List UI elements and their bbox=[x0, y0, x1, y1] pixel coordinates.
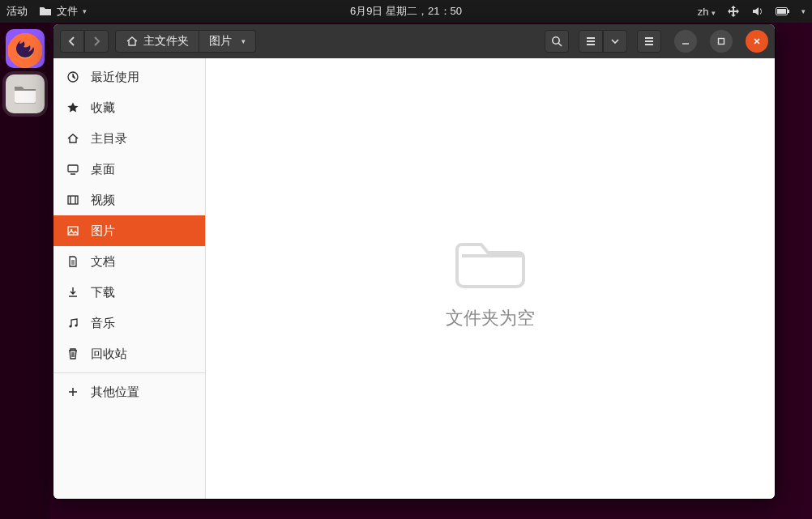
svg-rect-7 bbox=[68, 165, 78, 172]
home-icon bbox=[66, 132, 79, 145]
sidebar-item-desktop[interactable]: 桌面 bbox=[53, 154, 205, 185]
list-view-button[interactable] bbox=[579, 30, 603, 53]
titlebar: 主文件夹 图片 ▾ bbox=[53, 24, 775, 58]
path-bar: 主文件夹 图片 ▾ bbox=[115, 30, 256, 53]
sidebar-item-label: 其他位置 bbox=[91, 385, 139, 400]
window-maximize-button[interactable] bbox=[710, 30, 733, 53]
window-minimize-button[interactable] bbox=[674, 30, 697, 53]
svg-rect-9 bbox=[68, 227, 78, 235]
empty-folder-icon bbox=[454, 227, 527, 291]
svg-rect-8 bbox=[68, 196, 78, 204]
star-icon bbox=[66, 101, 79, 114]
hamburger-menu-button[interactable] bbox=[637, 30, 661, 53]
search-icon bbox=[550, 35, 563, 48]
maximize-icon bbox=[716, 36, 726, 46]
chevron-down-icon: ▾ bbox=[83, 7, 87, 15]
sidebar-item-home[interactable]: 主目录 bbox=[53, 123, 205, 154]
gnome-top-panel: 活动 文件 ▾ 6月9日 星期二，21：50 zh ▾ ▾ bbox=[0, 0, 812, 23]
sidebar-item-label: 收藏 bbox=[91, 100, 115, 116]
sidebar-item-label: 主目录 bbox=[91, 131, 127, 147]
sidebar-item-downloads[interactable]: 下载 bbox=[53, 277, 205, 308]
window-close-button[interactable] bbox=[746, 30, 768, 53]
svg-rect-2 bbox=[788, 10, 789, 13]
nav-forward-button[interactable] bbox=[84, 30, 109, 53]
battery-icon[interactable] bbox=[776, 6, 790, 17]
sidebar-item-other-locations[interactable]: 其他位置 bbox=[53, 376, 205, 407]
volume-icon[interactable] bbox=[751, 5, 764, 18]
list-view-icon bbox=[584, 35, 597, 48]
sidebar-separator bbox=[53, 372, 205, 373]
network-icon[interactable] bbox=[727, 5, 740, 18]
chevron-down-icon: ▾ bbox=[241, 37, 246, 45]
app-menu[interactable]: 文件 ▾ bbox=[39, 4, 87, 19]
sidebar: 最近使用 收藏 主目录 桌面 视频 图片 bbox=[53, 58, 206, 499]
search-button[interactable] bbox=[545, 30, 569, 53]
firefox-icon bbox=[11, 35, 39, 62]
app-menu-label: 文件 bbox=[57, 4, 78, 19]
clock-icon bbox=[66, 70, 79, 83]
sidebar-item-trash[interactable]: 回收站 bbox=[53, 338, 205, 369]
svg-rect-5 bbox=[719, 39, 724, 45]
sidebar-item-label: 图片 bbox=[91, 223, 115, 239]
breadcrumb-home-label: 主文件夹 bbox=[143, 34, 189, 49]
breadcrumb-current-label: 图片 bbox=[209, 34, 232, 49]
sidebar-item-label: 最近使用 bbox=[91, 70, 139, 85]
dock-app-files[interactable] bbox=[6, 74, 45, 113]
svg-point-4 bbox=[553, 37, 559, 44]
sidebar-item-label: 回收站 bbox=[91, 347, 127, 362]
activities-button[interactable]: 活动 bbox=[6, 4, 28, 19]
pictures-icon bbox=[66, 224, 79, 237]
dock-app-firefox[interactable] bbox=[6, 29, 45, 68]
sidebar-item-pictures[interactable]: 图片 bbox=[53, 215, 205, 246]
documents-icon bbox=[66, 255, 79, 268]
sidebar-item-music[interactable]: 音乐 bbox=[53, 308, 205, 338]
view-switcher bbox=[579, 30, 627, 53]
content-view: 文件夹为空 bbox=[206, 58, 775, 499]
empty-folder-text: 文件夹为空 bbox=[446, 306, 535, 330]
sidebar-item-label: 视频 bbox=[91, 193, 115, 208]
nav-buttons bbox=[60, 30, 109, 53]
close-icon bbox=[752, 36, 762, 46]
minimize-icon bbox=[681, 36, 690, 46]
sidebar-item-starred[interactable]: 收藏 bbox=[53, 92, 205, 123]
chevron-down-icon bbox=[611, 37, 619, 45]
music-icon bbox=[66, 317, 79, 330]
view-options-button[interactable] bbox=[603, 30, 627, 53]
sidebar-item-documents[interactable]: 文档 bbox=[53, 246, 205, 277]
desktop-icon bbox=[66, 163, 79, 176]
hamburger-icon bbox=[643, 35, 656, 48]
chevron-left-icon bbox=[66, 35, 79, 48]
sidebar-item-videos[interactable]: 视频 bbox=[53, 185, 205, 215]
sidebar-item-label: 文档 bbox=[91, 254, 115, 270]
trash-icon bbox=[66, 347, 79, 360]
chevron-down-icon[interactable]: ▾ bbox=[801, 7, 806, 15]
sidebar-item-label: 音乐 bbox=[91, 316, 115, 331]
downloads-icon bbox=[66, 286, 79, 299]
file-manager-window: 主文件夹 图片 ▾ bbox=[53, 24, 775, 499]
folder-icon bbox=[39, 5, 52, 18]
breadcrumb-home[interactable]: 主文件夹 bbox=[115, 30, 199, 53]
sidebar-item-recent[interactable]: 最近使用 bbox=[53, 62, 205, 92]
breadcrumb-current[interactable]: 图片 ▾ bbox=[199, 30, 256, 53]
sidebar-item-label: 下载 bbox=[91, 285, 115, 300]
input-method-indicator[interactable]: zh ▾ bbox=[698, 6, 716, 18]
clock[interactable]: 6月9日 星期二，21：50 bbox=[350, 4, 462, 19]
files-icon bbox=[13, 83, 37, 104]
svg-rect-1 bbox=[777, 9, 786, 14]
video-icon bbox=[66, 194, 79, 206]
chevron-down-icon: ▾ bbox=[712, 9, 716, 17]
chevron-right-icon bbox=[90, 35, 103, 48]
dock bbox=[0, 23, 50, 519]
nav-back-button[interactable] bbox=[60, 30, 84, 53]
home-icon bbox=[126, 35, 139, 48]
svg-point-12 bbox=[75, 324, 77, 326]
plus-icon bbox=[66, 385, 79, 398]
sidebar-item-label: 桌面 bbox=[91, 162, 115, 177]
svg-point-11 bbox=[69, 325, 71, 327]
